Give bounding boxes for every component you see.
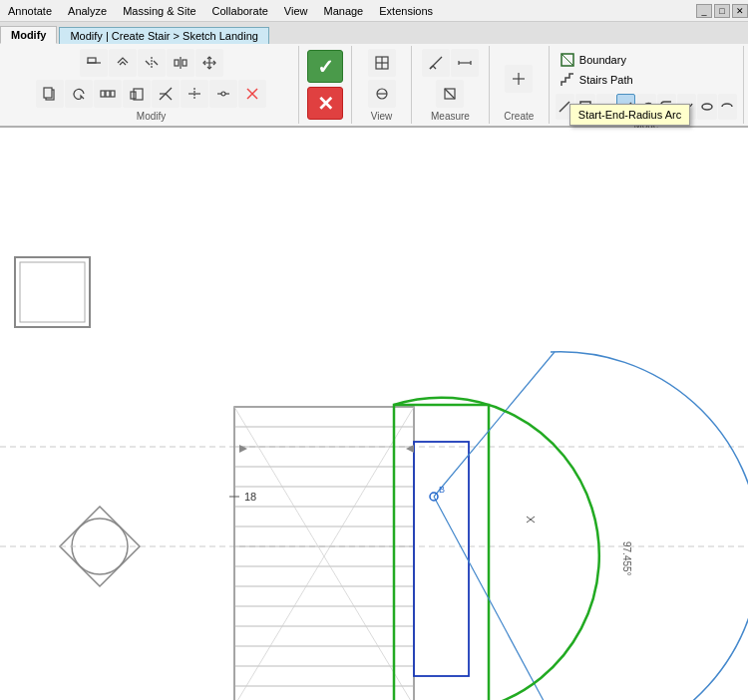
scale-button[interactable] — [123, 80, 151, 108]
finish-button[interactable]: ✓ — [307, 50, 343, 83]
ellipse-button[interactable] — [697, 94, 716, 120]
svg-line-35 — [445, 89, 455, 99]
svg-line-30 — [433, 66, 436, 69]
svg-rect-0 — [88, 58, 96, 63]
measure-label: Measure — [431, 111, 470, 122]
mirror2-button[interactable] — [167, 49, 194, 77]
tab-context[interactable]: Modify | Create Stair > Sketch Landing — [59, 27, 268, 44]
menu-extensions[interactable]: Extensions — [371, 3, 441, 19]
group-create: Create — [490, 46, 550, 124]
copy-button[interactable] — [36, 80, 64, 108]
close-button[interactable]: ✕ — [732, 4, 748, 18]
menu-view[interactable]: View — [276, 3, 316, 19]
svg-line-29 — [430, 66, 433, 69]
align-button[interactable] — [80, 49, 108, 77]
create-btn1[interactable] — [505, 65, 533, 93]
boundary-icon — [560, 52, 575, 68]
cancel-button[interactable]: ✕ — [307, 87, 343, 120]
boundary-label: Boundary — [579, 54, 626, 66]
move-button[interactable] — [195, 49, 223, 77]
svg-rect-12 — [134, 89, 143, 100]
measure-btn3[interactable] — [436, 80, 464, 108]
minimize-button[interactable]: _ — [696, 4, 712, 18]
menu-collaborate[interactable]: Collaborate — [204, 3, 276, 19]
ribbon-content: Modify ✓ ✕ View — [0, 44, 748, 126]
ribbon-tabs: Modify Modify | Create Stair > Sketch La… — [0, 22, 748, 44]
create-label: Create — [504, 111, 534, 122]
tooltip: Start-End-Radius Arc — [569, 104, 690, 126]
view-btn2[interactable] — [368, 80, 396, 108]
svg-line-39 — [561, 54, 573, 66]
stairs-path-label: Stairs Path — [579, 74, 633, 86]
view-label: View — [371, 111, 393, 122]
svg-text:18: 18 — [244, 491, 256, 503]
split-button[interactable] — [181, 80, 208, 108]
partial-ellipse-button[interactable] — [718, 94, 737, 120]
measure-btn1[interactable] — [422, 49, 450, 77]
trim-button[interactable] — [152, 80, 180, 108]
svg-point-43 — [702, 104, 712, 110]
modify-tools — [10, 48, 292, 109]
svg-point-20 — [221, 92, 225, 96]
svg-rect-10 — [111, 91, 115, 97]
svg-rect-9 — [106, 91, 110, 97]
group-view: View — [352, 46, 412, 124]
svg-rect-8 — [101, 91, 105, 97]
split2-button[interactable] — [209, 80, 237, 108]
menu-manage[interactable]: Manage — [315, 3, 371, 19]
tab-modify[interactable]: Modify — [0, 26, 57, 44]
stairs-path-button[interactable]: Stairs Path — [556, 70, 737, 90]
delete-button[interactable] — [238, 80, 266, 108]
window-controls: _ □ ✕ — [696, 4, 748, 18]
menu-annotate[interactable]: Annotate — [0, 3, 60, 19]
maximize-button[interactable]: □ — [714, 4, 730, 18]
group-measure: Measure — [412, 46, 490, 124]
canvas-inner: 18 97.455° B — [0, 128, 748, 700]
menu-massing-site[interactable]: Massing & Site — [115, 3, 203, 19]
create-tools — [505, 48, 533, 109]
menu-analyze[interactable]: Analyze — [60, 3, 115, 19]
mirror-button[interactable] — [138, 49, 166, 77]
svg-line-15 — [166, 94, 172, 100]
rotate-button[interactable] — [65, 80, 93, 108]
measure-tools — [418, 48, 483, 109]
stairs-path-icon — [560, 72, 575, 88]
offset-button[interactable] — [109, 49, 137, 77]
ribbon: Modify Modify | Create Stair > Sketch La… — [0, 22, 748, 128]
svg-rect-44 — [0, 128, 748, 700]
canvas[interactable]: 18 97.455° B — [0, 128, 748, 700]
array-button[interactable] — [94, 80, 122, 108]
measure-btn2[interactable] — [451, 49, 479, 77]
svg-text:B: B — [439, 485, 445, 495]
modify-label: Modify — [137, 111, 166, 122]
view-tools — [358, 48, 405, 109]
menu-bar: Annotate Analyze Massing & Site Collabor… — [0, 0, 748, 22]
svg-rect-4 — [175, 60, 179, 66]
boundary-button[interactable]: Boundary — [556, 50, 737, 70]
group-modify: Modify — [4, 46, 299, 124]
svg-text:97.455°: 97.455° — [621, 541, 632, 576]
view-btn1[interactable] — [368, 49, 396, 77]
svg-rect-7 — [44, 88, 52, 98]
svg-rect-5 — [183, 60, 187, 66]
